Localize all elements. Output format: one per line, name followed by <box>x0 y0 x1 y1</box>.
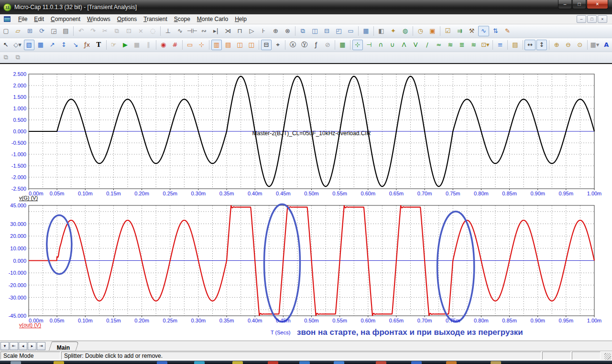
new-circuit-icon[interactable]: ▢ <box>0 26 11 36</box>
command-sequence-icon[interactable]: ⇉ <box>454 26 465 36</box>
sine-source-icon[interactable]: ∿ <box>175 26 186 36</box>
taskbar-item[interactable] <box>11 361 21 364</box>
mdi-restore-button[interactable]: □ <box>587 15 597 23</box>
tool-options-icon[interactable]: ⚒ <box>466 26 477 36</box>
animate-icon[interactable]: ◷ <box>415 26 426 36</box>
menu-monte-carlo[interactable]: Monte Carlo <box>194 15 231 23</box>
component-panel-icon[interactable]: ◧ <box>376 26 387 36</box>
region-properties-icon[interactable]: ☞ <box>109 40 119 50</box>
menu-file[interactable]: File <box>15 15 31 23</box>
scope-window-icon[interactable]: ▦ <box>35 40 46 50</box>
revert-file-icon[interactable]: ⟳ <box>36 26 47 36</box>
next-page-button[interactable]: ▸ <box>28 342 36 350</box>
dual-plot-layout-icon[interactable]: ◫ <box>246 40 257 50</box>
mdi-minimize-button[interactable]: – <box>577 15 586 23</box>
zoom-in-curve-icon[interactable]: ↗ <box>47 40 57 50</box>
menu-component[interactable]: Component <box>47 15 84 23</box>
taskbar-item[interactable] <box>157 361 167 364</box>
web-update-icon[interactable]: ◍ <box>400 26 411 36</box>
menu-options[interactable]: Options <box>114 15 140 23</box>
first-page-button[interactable]: ⇤ <box>10 342 18 350</box>
copy-scope-icon[interactable]: ⊡▾ <box>480 40 491 50</box>
edit-table-icon[interactable]: ▦ <box>337 40 348 50</box>
bjt-transistor-icon[interactable]: ⋊ <box>222 26 233 36</box>
cursor-slope-icon[interactable]: / <box>422 40 432 50</box>
cascade-windows-icon[interactable]: ⧉ <box>297 26 308 36</box>
output-waveform-plot[interactable] <box>0 205 612 325</box>
taskbar-item[interactable] <box>446 361 457 364</box>
preferences-icon[interactable]: ☑ <box>442 26 453 36</box>
cursor-point-icon[interactable]: ⊹ <box>352 40 363 50</box>
horizontal-cursor-icon[interactable]: ⊟ <box>261 40 272 50</box>
taskbar-item[interactable] <box>268 361 278 364</box>
split-window-icon[interactable]: ◰ <box>333 26 344 36</box>
cursor-low-icon[interactable]: V <box>410 40 421 50</box>
one-plot-layout-icon[interactable]: ▥ <box>211 40 222 50</box>
taskbar-item[interactable] <box>194 361 205 364</box>
select-mode-icon[interactable]: ↖ <box>0 40 11 50</box>
restore-windows-icon[interactable]: ⧉ <box>0 52 11 63</box>
save-file-icon[interactable]: ⊞ <box>24 26 35 36</box>
taskbar-item[interactable] <box>376 361 386 364</box>
goto-y-icon[interactable]: ⓨ <box>299 40 310 50</box>
menu-help[interactable]: Help <box>231 15 250 23</box>
arrange-icons-icon[interactable]: ⧉ <box>12 52 23 63</box>
cut-icon[interactable]: ✂ <box>99 26 110 36</box>
font-icon[interactable]: A <box>601 40 612 50</box>
active-window-icon[interactable]: ▣ <box>427 26 438 36</box>
zoom-mode-icon[interactable]: ▧ <box>24 40 34 50</box>
open-file-icon[interactable]: ▱ <box>12 26 23 36</box>
cursor-high-icon[interactable]: Λ <box>399 40 409 50</box>
scale-y-cursors-icon[interactable]: ↕ <box>536 40 547 50</box>
tile-horizontal-icon[interactable]: ⊟ <box>321 26 332 36</box>
side-plot-layout-icon[interactable]: ◫ <box>234 40 245 50</box>
zoom-100-icon[interactable]: ⊙ <box>575 40 585 50</box>
taskbar-item[interactable] <box>334 361 344 364</box>
tolerance-icon[interactable]: # <box>170 40 180 50</box>
zoom-out-curve-icon[interactable]: ↘ <box>70 40 81 50</box>
state-variables-icon[interactable]: ≡ <box>495 40 505 50</box>
select-all-icon[interactable]: ◌ <box>147 26 158 36</box>
last-page-button[interactable]: ⇥ <box>37 342 45 350</box>
zoom-in-icon[interactable]: ⊕ <box>551 40 562 50</box>
menu-scope[interactable]: Scope <box>171 15 194 23</box>
select-region-icon[interactable]: ▭ <box>185 40 195 50</box>
cursor-crosshair-icon[interactable]: ⌖ <box>273 40 283 50</box>
zoom-out-icon[interactable]: ⊖ <box>563 40 573 50</box>
resize-grip[interactable] <box>604 353 611 360</box>
redo-icon[interactable]: ↷ <box>87 26 98 36</box>
ground-component-icon[interactable]: ⊥ <box>163 26 174 36</box>
numeric-output-icon[interactable]: ▤ <box>510 40 520 50</box>
plot-limits-icon[interactable]: ⇅ <box>490 26 501 36</box>
thumbnails-icon[interactable]: ▦▾ <box>590 40 600 50</box>
cursor-peak-icon[interactable]: ∩ <box>375 40 386 50</box>
cursor-branch-icon[interactable]: ≋ <box>468 40 479 50</box>
text-mode-icon[interactable]: T <box>93 40 104 50</box>
goto-branch-icon[interactable]: ⊘ <box>322 40 333 50</box>
data-points-icon[interactable]: ◉ <box>158 40 169 50</box>
prev-page-button[interactable]: ◂ <box>19 342 27 350</box>
goto-x-icon[interactable]: ⓧ <box>287 40 298 50</box>
voltage-source-icon[interactable]: ⊕ <box>270 26 281 36</box>
menu-transient[interactable]: Transient <box>140 15 171 23</box>
restore-button[interactable]: □ <box>572 0 586 9</box>
battery-icon[interactable]: ⊦ <box>258 26 269 36</box>
pause-analysis-icon[interactable]: ‖ <box>143 40 153 50</box>
paste-icon[interactable]: ⊡ <box>123 26 134 36</box>
transient-plot-icon[interactable]: ∿ <box>478 26 489 36</box>
taskbar-item[interactable] <box>299 361 310 364</box>
taskbar-item[interactable] <box>411 361 422 364</box>
tile-vertical-icon[interactable]: ◫ <box>309 26 320 36</box>
maximize-window-icon[interactable]: ▭ <box>345 26 356 36</box>
formula-mode-icon[interactable]: ƒx <box>82 40 92 50</box>
clear-icon[interactable]: × <box>135 26 146 36</box>
current-source-icon[interactable]: ⊗ <box>282 26 293 36</box>
opamp-icon[interactable]: ▷ <box>246 26 257 36</box>
cursor-cross-right-icon[interactable]: ≋ <box>445 40 456 50</box>
auto-scale-icon[interactable]: ⊹ <box>196 40 207 50</box>
tab-list-dropdown-button[interactable]: ▾ <box>0 342 9 350</box>
cursor-envelope-icon[interactable]: ≣ <box>457 40 467 50</box>
mdi-close-button[interactable]: × <box>598 15 607 23</box>
print-preview-icon[interactable]: ◲ <box>48 26 59 36</box>
cursor-cross-left-icon[interactable]: ≈ <box>434 40 444 50</box>
